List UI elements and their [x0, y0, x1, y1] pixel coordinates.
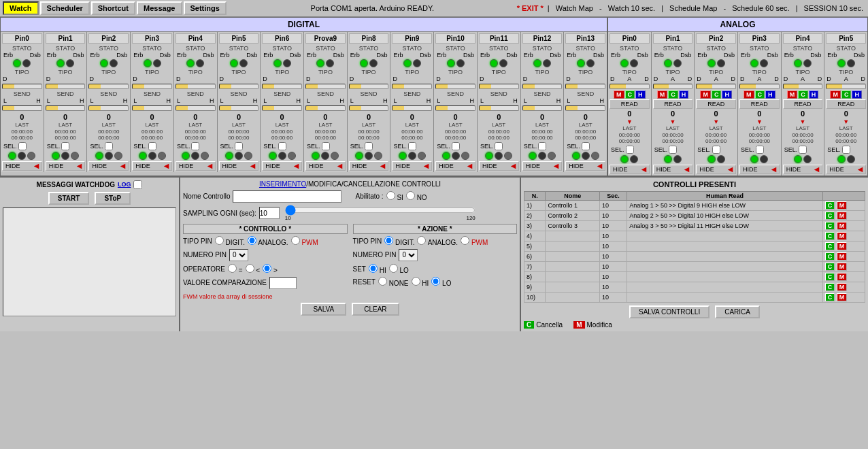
- hide-button[interactable]: HIDE ◀: [132, 161, 172, 171]
- schedule-map-link[interactable]: Schedule Map: [669, 4, 717, 12]
- set-lo-radio[interactable]: [389, 264, 398, 273]
- m-btn[interactable]: M: [787, 90, 798, 99]
- c-btn[interactable]: C: [755, 90, 765, 99]
- sel-checkbox[interactable]: [538, 142, 546, 150]
- send-slider[interactable]: [262, 105, 302, 111]
- nav-scheduler[interactable]: Scheduler: [40, 1, 90, 15]
- m-button[interactable]: M: [837, 201, 848, 210]
- tipo-slider[interactable]: [435, 84, 475, 89]
- m-button[interactable]: M: [837, 232, 848, 240]
- numero-pin-a-select[interactable]: 012345: [399, 249, 418, 261]
- sel-checkbox[interactable]: [842, 146, 850, 154]
- nav-settings[interactable]: Settings: [184, 1, 227, 15]
- hide-button[interactable]: HIDE ◀: [739, 165, 780, 174]
- m-button[interactable]: M: [837, 252, 848, 261]
- hide-button[interactable]: HIDE ◀: [435, 161, 475, 171]
- hide-button[interactable]: HIDE ◀: [2, 161, 42, 171]
- m-button[interactable]: M: [837, 222, 848, 230]
- m-btn[interactable]: M: [744, 90, 754, 99]
- digit-radio-c[interactable]: [215, 236, 224, 245]
- si-radio[interactable]: [386, 191, 395, 200]
- c-button[interactable]: C: [825, 283, 835, 291]
- stop-button[interactable]: SToP: [95, 192, 131, 205]
- h-btn[interactable]: H: [635, 90, 646, 99]
- op-lt-radio[interactable]: [246, 264, 254, 273]
- sel-checkbox[interactable]: [626, 146, 634, 154]
- pwm-radio-c[interactable]: [291, 236, 300, 245]
- hide-button[interactable]: HIDE ◀: [305, 161, 346, 171]
- sel-checkbox[interactable]: [712, 146, 720, 154]
- read-button[interactable]: READ: [696, 99, 736, 109]
- m-button[interactable]: M: [837, 293, 848, 301]
- analog-radio-a[interactable]: [417, 236, 426, 245]
- sel-checkbox[interactable]: [148, 142, 156, 150]
- tipo-slider[interactable]: [392, 84, 432, 89]
- sampling-slider[interactable]: [285, 205, 475, 215]
- tipo-slider[interactable]: [88, 84, 129, 89]
- send-slider[interactable]: [522, 105, 563, 111]
- hide-button[interactable]: HIDE ◀: [610, 165, 650, 174]
- send-slider[interactable]: [219, 105, 259, 111]
- clear-button[interactable]: CLEAR: [352, 303, 399, 316]
- c-btn[interactable]: C: [625, 90, 635, 99]
- sel-checkbox[interactable]: [452, 142, 460, 150]
- tipo-slider[interactable]: [696, 84, 736, 89]
- nav-shortcut[interactable]: Shortcut: [91, 1, 135, 15]
- m-button[interactable]: M: [837, 212, 848, 220]
- m-btn[interactable]: M: [830, 90, 841, 99]
- send-slider[interactable]: [176, 105, 216, 111]
- send-slider[interactable]: [88, 105, 129, 111]
- tipo-slider[interactable]: [826, 84, 866, 89]
- hide-button[interactable]: HIDE ◀: [653, 165, 693, 174]
- read-button[interactable]: READ: [783, 99, 823, 109]
- schedule-60-link[interactable]: Schedule 60 sec.: [732, 4, 789, 12]
- tipo-slider[interactable]: [653, 84, 693, 89]
- read-button[interactable]: READ: [610, 99, 650, 109]
- tipo-slider[interactable]: [739, 84, 780, 89]
- send-slider[interactable]: [392, 105, 432, 111]
- c-button[interactable]: C: [825, 201, 835, 210]
- no-radio[interactable]: [406, 191, 415, 200]
- sel-checkbox[interactable]: [756, 146, 764, 154]
- start-button[interactable]: START: [48, 192, 90, 205]
- send-slider[interactable]: [46, 105, 86, 111]
- carica-button[interactable]: CARICA: [715, 305, 760, 318]
- analog-radio-c[interactable]: [248, 236, 256, 245]
- sel-checkbox[interactable]: [191, 142, 199, 150]
- sampling-input[interactable]: [259, 207, 280, 219]
- c-button[interactable]: C: [825, 252, 835, 261]
- nav-watch[interactable]: Watch: [3, 1, 39, 15]
- tipo-slider[interactable]: [219, 84, 259, 89]
- c-button[interactable]: C: [825, 212, 835, 220]
- hide-button[interactable]: HIDE ◀: [349, 161, 389, 171]
- hide-button[interactable]: HIDE ◀: [783, 165, 823, 174]
- tipo-slider[interactable]: [262, 84, 302, 89]
- read-button[interactable]: READ: [653, 99, 693, 109]
- sel-checkbox[interactable]: [322, 142, 330, 150]
- sel-checkbox[interactable]: [61, 142, 69, 150]
- watch-10-link[interactable]: Watch 10 sec.: [608, 4, 655, 12]
- tipo-slider[interactable]: [479, 84, 519, 89]
- nome-controllo-input[interactable]: [233, 190, 341, 203]
- tipo-slider[interactable]: [522, 84, 563, 89]
- sel-checkbox[interactable]: [365, 142, 373, 150]
- salva-button[interactable]: SALVA: [301, 303, 346, 316]
- tipo-slider[interactable]: [46, 84, 86, 89]
- watchdog-log-checkbox[interactable]: [133, 180, 142, 189]
- hide-button[interactable]: HIDE ◀: [696, 165, 736, 174]
- numero-pin-c-select[interactable]: 012345: [229, 249, 248, 261]
- read-button[interactable]: READ: [826, 99, 866, 109]
- pwm-radio-a[interactable]: [461, 236, 469, 245]
- sel-checkbox[interactable]: [278, 142, 286, 150]
- m-button[interactable]: M: [837, 242, 848, 250]
- send-slider[interactable]: [565, 105, 605, 111]
- m-button[interactable]: M: [837, 263, 848, 271]
- hide-button[interactable]: HIDE ◀: [565, 161, 605, 171]
- read-button[interactable]: READ: [739, 99, 780, 109]
- m-btn[interactable]: M: [614, 90, 624, 99]
- salva-controlli-button[interactable]: SALVA CONTROLLI: [629, 305, 710, 318]
- hide-button[interactable]: HIDE ◀: [176, 161, 216, 171]
- m-btn[interactable]: M: [700, 90, 711, 99]
- c-button[interactable]: C: [825, 263, 835, 271]
- hide-button[interactable]: HIDE ◀: [392, 161, 432, 171]
